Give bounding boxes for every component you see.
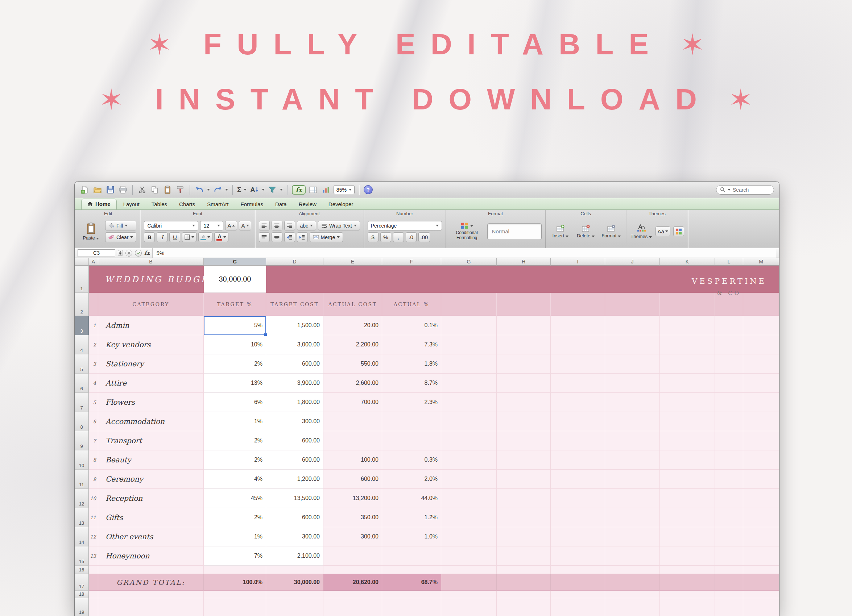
cell-empty[interactable] — [551, 590, 605, 598]
cell-target-cost[interactable]: 3,900.00 — [266, 374, 323, 393]
format-cells-button[interactable]: Format — [600, 224, 622, 238]
cell-empty[interactable] — [605, 374, 660, 393]
row-header[interactable]: 4 — [75, 335, 89, 354]
cell-actual-cost[interactable]: 13,200.00 — [323, 489, 382, 508]
clear-button[interactable]: Clear — [105, 232, 136, 242]
tab-charts[interactable]: Charts — [174, 199, 201, 209]
cell-empty[interactable] — [89, 293, 98, 316]
cell-category[interactable]: Ceremony — [98, 470, 204, 489]
cell-actual-pct[interactable] — [382, 547, 441, 566]
cell-empty[interactable] — [497, 450, 551, 470]
cell-empty[interactable] — [715, 566, 743, 574]
row-header[interactable]: 5 — [75, 354, 89, 374]
cell-empty[interactable] — [660, 335, 715, 354]
cell-target-cost[interactable]: 600.00 — [266, 508, 323, 527]
cell-empty[interactable] — [323, 566, 382, 574]
column-header-k[interactable]: K — [660, 258, 715, 266]
cell-empty[interactable] — [551, 354, 605, 374]
cell-empty[interactable] — [89, 566, 98, 574]
cell-empty[interactable] — [660, 508, 715, 527]
column-header-a[interactable]: A — [89, 258, 98, 266]
cell-category[interactable]: Key vendors — [98, 335, 204, 354]
cell-empty[interactable] — [715, 431, 743, 450]
cell-empty[interactable] — [743, 393, 779, 412]
cell-empty[interactable] — [743, 412, 779, 431]
cell-actual-cost[interactable]: 100.00 — [323, 450, 382, 470]
align-middle-button[interactable] — [272, 232, 282, 242]
grand-total-actual-cost[interactable]: 20,620.00 — [323, 574, 382, 590]
cell-empty[interactable] — [551, 598, 605, 616]
cell-target-cost[interactable]: 1,800.00 — [266, 393, 323, 412]
cell-actual-pct[interactable]: 0.3% — [382, 450, 441, 470]
cell-actual-pct[interactable]: 44.0% — [382, 489, 441, 508]
cell-category[interactable]: Attire — [98, 374, 204, 393]
cell-empty[interactable] — [441, 547, 497, 566]
cell-empty[interactable] — [441, 508, 497, 527]
cell-target-pct[interactable]: 2% — [204, 354, 266, 374]
cell-empty[interactable] — [441, 335, 497, 354]
cell-empty[interactable] — [497, 335, 551, 354]
header-actual-pct[interactable]: ACTUAL % — [382, 293, 441, 316]
grow-font-button[interactable]: A — [225, 221, 237, 230]
cell-empty[interactable] — [382, 590, 441, 598]
fill-button[interactable]: Fill — [105, 221, 136, 230]
cell-empty[interactable] — [605, 489, 660, 508]
cell-target-pct[interactable]: 45% — [204, 489, 266, 508]
cell-empty[interactable] — [441, 566, 497, 574]
zoom-control[interactable]: 85% — [334, 185, 355, 194]
cell-empty[interactable] — [743, 574, 779, 590]
borders-button[interactable] — [182, 232, 196, 242]
cell-empty[interactable] — [715, 489, 743, 508]
cell-empty[interactable] — [743, 450, 779, 470]
cell-empty[interactable] — [605, 590, 660, 598]
cell-empty[interactable] — [660, 590, 715, 598]
cell-empty[interactable] — [715, 266, 743, 293]
cell-empty[interactable] — [98, 590, 204, 598]
column-header-e[interactable]: E — [323, 258, 382, 266]
cell-empty[interactable] — [715, 508, 743, 527]
grand-total-target-pct[interactable]: 100.0% — [204, 574, 266, 590]
cell-empty[interactable] — [204, 566, 266, 574]
cell-empty[interactable] — [715, 450, 743, 470]
row-header-1[interactable]: 1 — [75, 266, 89, 293]
cell-empty[interactable] — [497, 598, 551, 616]
cell-category[interactable]: Honeymoon — [98, 547, 204, 566]
cell-empty[interactable] — [551, 566, 605, 574]
tab-tables[interactable]: Tables — [146, 199, 172, 209]
row-header-18[interactable]: 18 — [75, 590, 89, 598]
cell-empty[interactable] — [497, 393, 551, 412]
search-box[interactable] — [716, 185, 774, 194]
align-center-button[interactable] — [272, 221, 282, 230]
italic-button[interactable]: I — [157, 232, 168, 242]
cell-empty[interactable] — [743, 508, 779, 527]
column-header-h[interactable]: H — [497, 258, 551, 266]
cell-empty[interactable] — [441, 598, 497, 616]
dropdown-arrow-icon[interactable] — [207, 189, 210, 191]
header-target-pct[interactable]: TARGET % — [204, 293, 266, 316]
cell-empty[interactable] — [551, 431, 605, 450]
cell-empty[interactable] — [605, 266, 660, 293]
decrease-indent-button[interactable] — [284, 232, 295, 242]
cell-target-cost[interactable]: 1,500.00 — [266, 316, 323, 335]
cell-actual-cost[interactable]: 2,600.00 — [323, 374, 382, 393]
cell-category[interactable]: Flowers — [98, 393, 204, 412]
cell-category[interactable]: Transport — [98, 431, 204, 450]
cell-empty[interactable] — [89, 590, 98, 598]
cell-empty[interactable] — [605, 508, 660, 527]
column-header-c[interactable]: C — [204, 258, 266, 266]
row-header[interactable]: 7 — [75, 393, 89, 412]
row-header[interactable]: 9 — [75, 431, 89, 450]
cell-empty[interactable] — [98, 566, 204, 574]
cell-empty[interactable] — [382, 566, 441, 574]
print-icon[interactable] — [118, 184, 128, 195]
cell-empty[interactable] — [660, 470, 715, 489]
row-header[interactable]: 10 — [75, 450, 89, 470]
cell-empty[interactable] — [605, 354, 660, 374]
column-header-m[interactable]: M — [743, 258, 779, 266]
cell-empty[interactable] — [605, 335, 660, 354]
cell-empty[interactable] — [323, 590, 382, 598]
align-top-button[interactable] — [259, 232, 270, 242]
cell-empty[interactable] — [715, 354, 743, 374]
cell-target-pct[interactable]: 7% — [204, 547, 266, 566]
decrease-decimal-button[interactable]: .00 — [418, 232, 431, 242]
